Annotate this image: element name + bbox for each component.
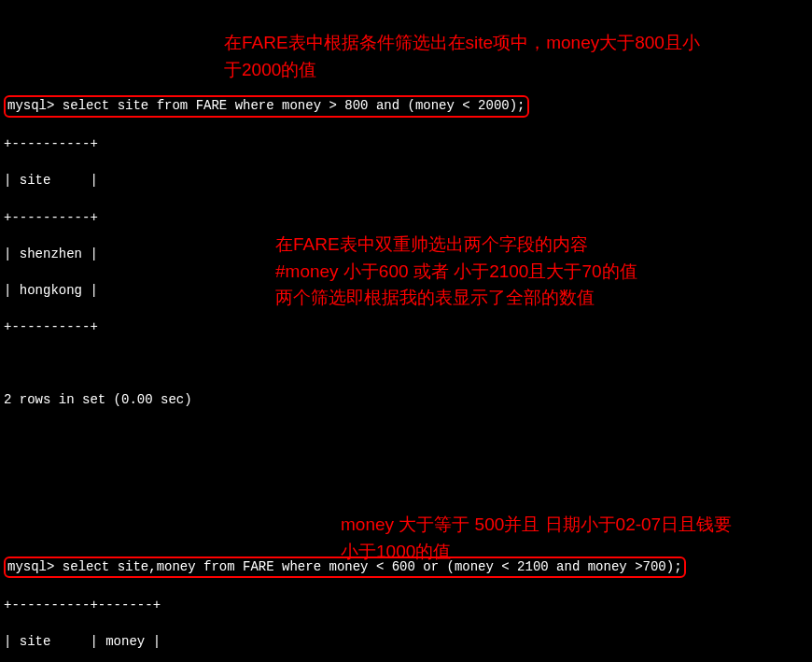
query1-sql: select site from FARE where money > 800 … [63,98,525,113]
q1-sep-top: +----------+ [4,135,808,154]
mysql-prompt: mysql> [7,559,54,574]
query1-line[interactable]: mysql> select site from FARE where money… [4,95,808,118]
annotation-3: money 大于等于 500并且 日期小于02-07日且钱要小于1000的值 [341,512,733,565]
q2-header: | site | money | [4,633,808,652]
q2-sep-top: +----------+-------+ [4,597,808,615]
annotation-1: 在FARE表中根据条件筛选出在site项中，money大于800且小于2000的… [224,30,709,83]
q1-sep-mid: +----------+ [4,209,808,228]
annotation-2: 在FARE表中双重帅选出两个字段的内容 #money 小于600 或者 小于21… [275,232,714,312]
q1-sep-bot: +----------+ [4,318,808,337]
q1-footer: 2 rows in set (0.00 sec) [4,391,808,410]
q1-header: | site | [4,172,808,190]
mysql-prompt: mysql> [7,98,54,113]
